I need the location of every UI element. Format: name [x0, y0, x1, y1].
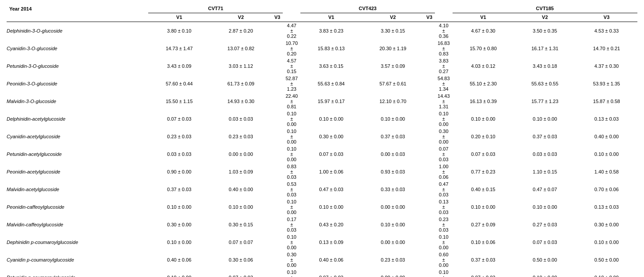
data-cell: 0.07 ± 0.03: [300, 145, 362, 163]
data-cell: 15.50 ± 1.15: [148, 92, 210, 110]
table-row: Peonidin-acetylglucoside0.90 ± 0.001.03 …: [7, 163, 637, 181]
data-cell: 3.80 ± 0.10: [148, 22, 210, 40]
data-cell: 0.10 ± 0.00: [435, 269, 453, 277]
data-cell: 0.37 ± 0.03: [453, 251, 514, 269]
data-cell: 0.13 ± 0.03: [576, 198, 637, 216]
spacer-cell: [424, 251, 435, 269]
data-cell: 0.60 ± 0.00: [435, 251, 453, 269]
data-cell: 1.00 ± 0.06: [435, 163, 453, 181]
spacer-cell: [272, 269, 283, 277]
compound-label: Dephinidin p-coumaroylglucoside: [7, 233, 148, 251]
spacer-cell: [272, 145, 283, 163]
group-cvt71: CVT71: [148, 4, 283, 13]
data-cell: 3.30 ± 0.15: [362, 22, 424, 40]
table-row: Petunidin-3-O-glucoside3.43 ± 0.093.03 ±…: [7, 57, 637, 75]
data-cell: 0.30 ± 0.00: [435, 128, 453, 145]
data-cell: 55.10 ± 2.30: [453, 75, 514, 92]
spacer-cell: [424, 75, 435, 92]
data-cell: 0.10 ± 0.00: [283, 110, 300, 128]
data-cell: 0.10 ± 0.00: [148, 198, 210, 216]
data-cell: 4.37 ± 0.30: [576, 57, 637, 75]
compound-label: Petunidin p-coumaroylglucoside: [7, 269, 148, 277]
data-cell: 57.67 ± 0.61: [362, 75, 424, 92]
data-cell: 0.03 ± 0.03: [210, 110, 272, 128]
data-cell: 15.87 ± 0.58: [576, 92, 637, 110]
data-cell: 0.10 ± 0.00: [283, 128, 300, 145]
data-cell: 0.10 ± 0.00: [148, 269, 210, 277]
data-cell: 0.53 ± 0.03: [283, 181, 300, 198]
group-cvt185: CVT185: [453, 4, 637, 13]
data-cell: 0.13 ± 0.03: [435, 198, 453, 216]
spacer-cell: [272, 251, 283, 269]
data-cell: 0.10 ± 0.00: [435, 233, 453, 251]
spacer-cell: [272, 216, 283, 233]
table-row: Delphinidin-acetylglucoside0.07 ± 0.030.…: [7, 110, 637, 128]
spacer-cell: [424, 233, 435, 251]
spacer-cell: [424, 163, 435, 181]
data-cell: 0.93 ± 0.03: [362, 163, 424, 181]
data-cell: 0.47 ± 0.03: [435, 181, 453, 198]
compound-label: Petunidin-3-O-glucoside: [7, 57, 148, 75]
subheader-cvt71-v1: V1: [148, 13, 210, 22]
data-cell: 0.50 ± 0.00: [576, 251, 637, 269]
data-cell: 3.83 ± 0.27: [435, 57, 453, 75]
compound-label: Cyanidin p-coumaroylglucoside: [7, 251, 148, 269]
data-cell: 0.33 ± 0.03: [362, 181, 424, 198]
subheader-cvt185-v3: V3: [576, 13, 637, 22]
data-cell: 0.77 ± 0.23: [453, 163, 514, 181]
data-cell: 0.30 ± 0.00: [283, 251, 300, 269]
data-cell: 0.07 ± 0.07: [210, 233, 272, 251]
data-cell: 0.37 ± 0.03: [362, 128, 424, 145]
data-cell: 0.13 ± 0.03: [576, 110, 637, 128]
data-cell: 0.07 ± 0.03: [435, 145, 453, 163]
data-cell: 0.37 ± 0.03: [148, 181, 210, 198]
data-cell: 0.23 ± 0.03: [435, 216, 453, 233]
data-cell: 0.07 ± 0.03: [453, 269, 514, 277]
table-row: Malvidin-3-O-glucoside15.50 ± 1.1514.93 …: [7, 92, 637, 110]
data-cell: 0.03 ± 0.03: [148, 145, 210, 163]
compound-label: Delphinidin-3-O-glucoside: [7, 22, 148, 40]
data-cell: 0.10 ± 0.00: [283, 198, 300, 216]
data-cell: 55.63 ± 0.55: [514, 75, 576, 92]
table-row: Petunidin p-coumaroylglucoside0.10 ± 0.0…: [7, 269, 637, 277]
data-cell: 0.23 ± 0.03: [148, 128, 210, 145]
data-cell: 0.37 ± 0.03: [514, 128, 576, 145]
year-label: Year 2014: [7, 4, 148, 13]
subheader-cvt185-v2: V2: [514, 13, 576, 22]
data-cell: 0.30 ± 0.06: [210, 251, 272, 269]
spacer-cell: [424, 216, 435, 233]
data-cell: 0.00 ± 0.00: [362, 269, 424, 277]
spacer-cell: [272, 163, 283, 181]
data-cell: 15.70 ± 0.80: [453, 40, 514, 57]
spacer-cell: [272, 110, 283, 128]
compound-label: Peonidin-acetylglucoside: [7, 163, 148, 181]
spacer-cell: [424, 40, 435, 57]
data-cell: 4.47 ± 0.22: [283, 22, 300, 40]
data-cell: 0.10 ± 0.06: [453, 233, 514, 251]
data-cell: 3.43 ± 0.18: [514, 57, 576, 75]
data-cell: 0.40 ± 0.06: [148, 251, 210, 269]
data-cell: 1.10 ± 0.15: [514, 163, 576, 181]
data-cell: 16.83 ± 0.83: [435, 40, 453, 57]
table-row: Cyanidin-3-O-glucoside14.73 ± 1.4713.07 …: [7, 40, 637, 57]
data-cell: 4.57 ± 0.15: [283, 57, 300, 75]
main-data-table: Year 2014 CVT71 CVT423 CVT185 V1 V2 V3 V…: [7, 4, 637, 277]
data-cell: 0.43 ± 0.20: [300, 216, 362, 233]
data-cell: 0.47 ± 0.07: [514, 181, 576, 198]
compound-label: Malvidin-3-O-glucoside: [7, 92, 148, 110]
data-cell: 2.87 ± 0.20: [210, 22, 272, 40]
data-cell: 1.03 ± 0.09: [210, 163, 272, 181]
table-row: Peonidin-3-O-glucoside57.60 ± 0.4461.73 …: [7, 75, 637, 92]
data-cell: 54.83 ± 1.34: [435, 75, 453, 92]
data-cell: 52.87 ± 1.23: [283, 75, 300, 92]
spacer-cell: [272, 22, 283, 40]
data-cell: 0.10 ± 0.00: [514, 110, 576, 128]
compound-label: Delphinidin-acetylglucoside: [7, 110, 148, 128]
data-cell: 14.93 ± 0.30: [210, 92, 272, 110]
data-cell: 0.10 ± 0.00: [362, 110, 424, 128]
subheader-cvt423-v3: V3: [424, 13, 435, 22]
compound-label: Malvidin-caffeoylglucoside: [7, 216, 148, 233]
data-cell: 20.30 ± 1.19: [362, 40, 424, 57]
data-cell: 0.07 ± 0.03: [148, 110, 210, 128]
data-cell: 3.57 ± 0.09: [362, 57, 424, 75]
